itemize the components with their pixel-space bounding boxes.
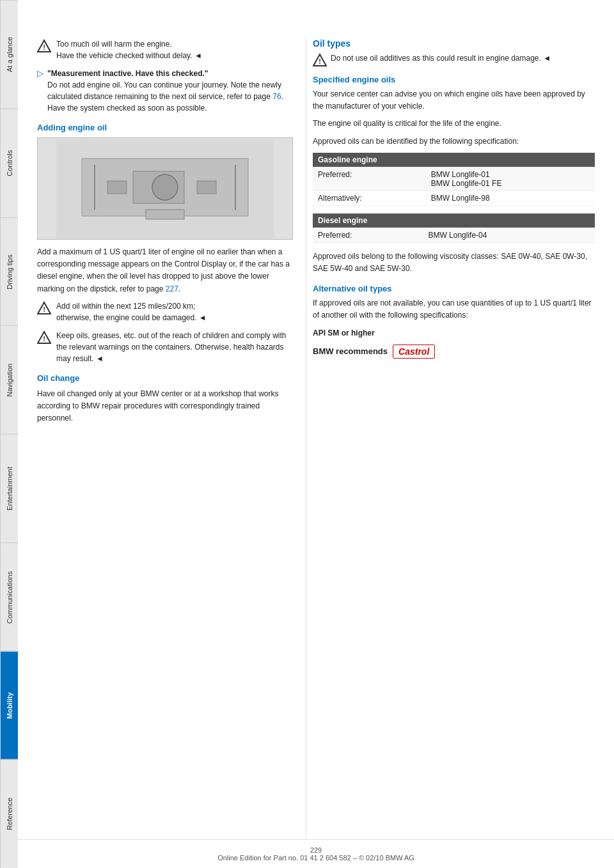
arrow-measurement-content: "Measurement inactive. Have this checked… — [47, 68, 293, 114]
arrow-measurement-item: ▷ "Measurement inactive. Have this check… — [37, 68, 293, 114]
alternative-oil-text: If approved oils are not available, you … — [313, 297, 595, 322]
page-link-227[interactable]: 227 — [166, 284, 178, 293]
warning-no-additives: ! Do not use oil additives as this could… — [313, 52, 595, 66]
svg-rect-8 — [146, 210, 184, 219]
content-area: ! Too much oil will harm the engine. Hav… — [18, 38, 614, 839]
sidebar-tab-mobility[interactable]: Mobility — [1, 651, 18, 760]
warning-add-oil-text: Add oil within the next 125 miles/200 km… — [56, 300, 207, 323]
oil-change-heading: Oil change — [37, 373, 293, 383]
specified-para1: Your service center can advise you on wh… — [313, 88, 595, 112]
sidebar-tab-at-a-glance[interactable]: At a glance — [1, 0, 18, 109]
diesel-preferred-value: BMW Longlife-04 — [423, 228, 595, 242]
gasoline-preferred-value: BMW Longlife-01BMW Longlife-01 FE — [426, 167, 595, 190]
warning-keep-oils-text: Keep oils, greases, etc. out of the reac… — [56, 330, 293, 364]
engine-image — [37, 137, 293, 240]
warning-additives-text: Do not use oil additives as this could r… — [331, 52, 551, 64]
bmw-recommends-line: BMW recommends Castrol — [313, 345, 595, 359]
sidebar-tab-entertainment[interactable]: Entertainment — [1, 434, 18, 543]
diesel-header: Diesel engine — [313, 213, 595, 228]
viscosity-text: Approved oils belong to the following vi… — [313, 251, 595, 275]
main-content: ! Too much oil will harm the engine. Hav… — [18, 0, 614, 868]
bmw-recommends-label: BMW recommends — [313, 346, 388, 356]
arrow-bullet-icon: ▷ — [37, 68, 43, 78]
warning-too-much-oil: ! Too much oil will harm the engine. Hav… — [37, 38, 293, 61]
sidebar-tab-communications[interactable]: Communications — [1, 543, 18, 651]
sidebar: At a glance Controls Driving tips Naviga… — [0, 0, 18, 868]
svg-text:!: ! — [43, 335, 45, 343]
warning-add-oil: ! Add oil within the next 125 miles/200 … — [37, 300, 293, 323]
svg-text:!: ! — [43, 43, 45, 51]
footer-text: Online Edition for Part no. 01 41 2 604 … — [18, 854, 614, 862]
sidebar-tab-controls[interactable]: Controls — [1, 109, 18, 217]
diesel-table: Diesel engine Preferred: BMW Longlife-04 — [313, 213, 595, 243]
warning-keep-oils: ! Keep oils, greases, etc. out of the re… — [37, 330, 293, 364]
page-number: 229 — [18, 846, 614, 854]
specified-para2: The engine oil quality is critical for t… — [313, 118, 595, 130]
warning-icon-1: ! — [37, 39, 51, 53]
specified-heading: Specified engine oils — [313, 75, 595, 84]
page-footer: 229 Online Edition for Part no. 01 41 2 … — [18, 839, 614, 868]
sidebar-tab-driving-tips[interactable]: Driving tips — [1, 217, 18, 326]
gasoline-header-row: Gasoline engine — [313, 153, 595, 167]
sidebar-tab-navigation[interactable]: Navigation — [1, 325, 18, 434]
gasoline-preferred-row: Preferred: BMW Longlife-01BMW Longlife-0… — [313, 167, 595, 190]
page-link-76[interactable]: 76 — [272, 92, 281, 101]
oil-change-text: Have oil changed only at your BMW center… — [37, 388, 293, 425]
diesel-preferred-label: Preferred: — [313, 228, 423, 242]
svg-rect-6 — [107, 181, 127, 194]
gasoline-alternatively-row: Alternatively: BMW Longlife-98 — [313, 190, 595, 205]
alternative-oil-types-heading: Alternative oil types — [313, 284, 595, 293]
svg-point-5 — [152, 174, 178, 200]
gasoline-alternatively-label: Alternatively: — [313, 190, 426, 205]
svg-text:!: ! — [43, 306, 45, 313]
gasoline-table: Gasoline engine Preferred: BMW Longlife-… — [313, 153, 595, 206]
adding-engine-oil-heading: Adding engine oil — [37, 123, 293, 132]
oil-types-heading: Oil types — [313, 38, 595, 49]
gasoline-preferred-label: Preferred: — [313, 167, 426, 190]
sidebar-tab-reference[interactable]: Reference — [1, 759, 18, 868]
api-text: API SM or higher — [313, 327, 595, 339]
warning-icon-additives: ! — [313, 53, 326, 66]
gasoline-header: Gasoline engine — [313, 153, 595, 167]
diesel-header-row: Diesel engine — [313, 213, 595, 228]
right-column: Oil types ! Do not use oil additives as … — [306, 38, 595, 839]
add-oil-para: Add a maximum of 1 US quart/1 liter of e… — [37, 246, 293, 295]
warning-icon-2: ! — [37, 301, 51, 315]
svg-rect-7 — [197, 181, 216, 194]
castrol-logo: Castrol — [393, 345, 435, 359]
diesel-preferred-row: Preferred: BMW Longlife-04 — [313, 228, 595, 242]
svg-text:!: ! — [319, 58, 321, 65]
warning-too-much-oil-text: Too much oil will harm the engine. Have … — [56, 38, 202, 61]
gasoline-alternatively-value: BMW Longlife-98 — [426, 190, 595, 205]
warning-icon-3: ! — [37, 330, 51, 345]
left-column: ! Too much oil will harm the engine. Hav… — [37, 38, 306, 839]
specified-para3: Approved oils can be identified by the f… — [313, 136, 595, 148]
